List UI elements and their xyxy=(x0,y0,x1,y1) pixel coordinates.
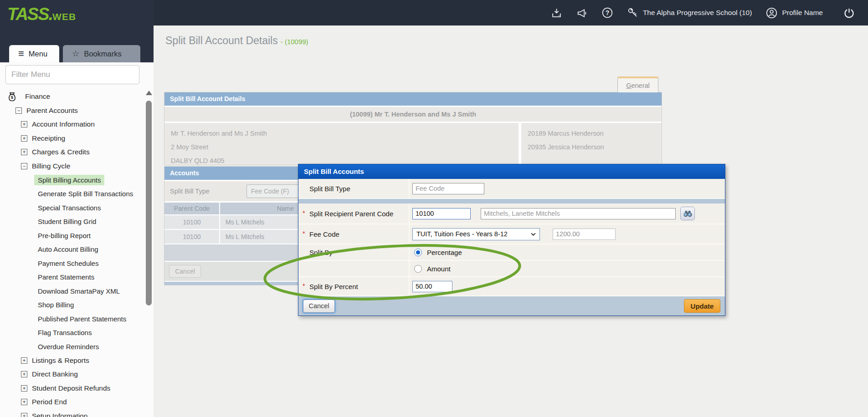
sidebar-item-finance[interactable]: $ Finance xyxy=(0,90,145,104)
sidebar-item-generate-split-bill-transactions[interactable]: Generate Split Bill Transactions xyxy=(0,187,145,201)
sidebar-item-receipting[interactable]: Receipting xyxy=(0,132,145,146)
cell-name: Ms L Mitchels xyxy=(220,233,264,240)
sidebar-item-label: Pre-billing Report xyxy=(38,232,91,239)
sidebar-item-charges-credits[interactable]: Charges & Credits xyxy=(0,145,145,159)
radio-amount-label: Amount xyxy=(427,265,451,273)
sidebar-item-label: Student Deposit Refunds xyxy=(32,384,110,392)
tass-web-logo[interactable]: TASS.WEB xyxy=(7,5,76,24)
collapse-icon[interactable] xyxy=(21,163,27,169)
modal-cancel-button[interactable]: Cancel xyxy=(303,300,335,313)
sidebar-item-label: Receipting xyxy=(32,134,65,142)
sidebar-item-published-parent-statements[interactable]: Published Parent Statements xyxy=(0,312,145,326)
filter-menu-input[interactable] xyxy=(5,65,139,84)
lookup-button[interactable] xyxy=(680,207,695,220)
modal-title: Split Bill Accounts xyxy=(298,164,725,179)
accounts-cancel-button[interactable]: Cancel xyxy=(169,265,201,278)
sidebar: $ Finance Parent Accounts Account Inform… xyxy=(0,62,154,417)
address-line: 2 Moy Street xyxy=(171,140,512,154)
cell-name: Ms L Mitchels xyxy=(220,219,264,226)
cell-parent-code: 10100 xyxy=(164,215,220,229)
sidebar-item-student-billing-grid[interactable]: Student Billing Grid xyxy=(0,215,145,229)
download-button[interactable] xyxy=(551,7,562,19)
expand-icon[interactable] xyxy=(21,149,27,155)
student-line: 20935 Jessica Henderson xyxy=(528,140,655,154)
sidebar-item-pre-billing-report[interactable]: Pre-billing Report xyxy=(0,229,145,243)
sidebar-item-special-transactions[interactable]: Special Transactions xyxy=(0,201,145,215)
sidebar-item-label: Auto Account Billing xyxy=(38,245,98,253)
radio-amount[interactable] xyxy=(414,265,422,273)
page-account-code: - (10099) xyxy=(281,38,308,46)
modal-split-bill-type-label: Split Bill Type xyxy=(298,179,410,198)
key-icon xyxy=(627,7,639,19)
sidebar-item-listings-reports[interactable]: Listings & Reports xyxy=(0,354,145,368)
page-title: Split Bill Account Details- (10099) xyxy=(165,35,308,47)
scrollbar-thumb[interactable] xyxy=(146,101,152,305)
sidebar-item-auto-account-billing[interactable]: Auto Account Billing xyxy=(0,243,145,257)
sidebar-item-shop-billing[interactable]: Shop Billing xyxy=(0,298,145,312)
split-by-percent-input[interactable] xyxy=(412,281,452,292)
address-line: Mr T. Henderson and Ms J Smith xyxy=(171,127,512,140)
sidebar-tabs: Menu Bookmarks xyxy=(9,45,140,62)
recipient-name-input[interactable] xyxy=(481,208,676,219)
sidebar-item-account-information[interactable]: Account Information xyxy=(0,117,145,132)
expand-icon[interactable] xyxy=(21,413,27,417)
sidebar-item-overdue-reminders[interactable]: Overdue Reminders xyxy=(0,340,145,354)
modal-update-button[interactable]: Update xyxy=(684,299,720,313)
profile-name: Profile Name xyxy=(782,9,823,17)
recipient-parent-code-input[interactable] xyxy=(412,208,471,219)
sidebar-item-label: Charges & Credits xyxy=(32,148,90,156)
profile-menu[interactable]: Profile Name xyxy=(765,7,823,19)
cell-parent-code: 10100 xyxy=(164,230,220,244)
student-line: 20189 Marcus Henderson xyxy=(528,127,655,140)
logo-text-main: TASS. xyxy=(7,5,52,24)
expand-icon[interactable] xyxy=(21,357,27,364)
expand-icon[interactable] xyxy=(21,385,27,392)
sidebar-item-student-deposit-refunds[interactable]: Student Deposit Refunds xyxy=(0,381,145,396)
sidebar-item-label: Flag Transactions xyxy=(38,329,92,336)
sidebar-item-label: Account Information xyxy=(32,120,95,128)
sidebar-item-billing-cycle[interactable]: Billing Cycle xyxy=(0,159,145,173)
sidebar-item-flag-transactions[interactable]: Flag Transactions xyxy=(0,326,145,340)
tab-bookmarks-label: Bookmarks xyxy=(84,50,122,58)
split-by-label-spacer xyxy=(298,261,410,276)
fee-code-select[interactable]: TUIT, Tuition Fees - Years 8-12 xyxy=(412,228,540,240)
help-button[interactable]: ? xyxy=(601,7,613,19)
school-switcher[interactable]: The Alpha Progressive School (10) xyxy=(627,7,752,19)
school-name: The Alpha Progressive School (10) xyxy=(643,9,752,17)
sidebar-item-setup-information[interactable]: Setup Information xyxy=(0,409,145,417)
sidebar-scrollbar[interactable] xyxy=(145,89,152,416)
split-recipient-parent-code-label: Split Recipient Parent Code xyxy=(298,203,410,224)
tab-menu[interactable]: Menu xyxy=(9,45,59,62)
sidebar-item-direct-banking[interactable]: Direct Banking xyxy=(0,367,145,381)
tab-bookmarks[interactable]: Bookmarks xyxy=(63,45,140,62)
expand-icon[interactable] xyxy=(21,399,27,405)
sidebar-item-payment-schedules[interactable]: Payment Schedules xyxy=(0,256,145,270)
sidebar-item-period-end[interactable]: Period End xyxy=(0,395,145,409)
sidebar-item-split-billing-accounts[interactable]: Split Billing Accounts xyxy=(0,173,145,187)
tab-general-label-rest: eneral xyxy=(631,82,649,89)
sidebar-item-label: Published Parent Statements xyxy=(38,315,126,323)
tab-general[interactable]: General xyxy=(617,76,658,92)
sidebar-item-parent-statements[interactable]: Parent Statements xyxy=(0,270,145,285)
sidebar-item-parent-accounts[interactable]: Parent Accounts xyxy=(0,104,145,118)
expand-icon[interactable] xyxy=(21,371,27,377)
expand-icon[interactable] xyxy=(21,121,27,127)
sidebar-item-download-smartapay-xml[interactable]: Download SmartaPay XML xyxy=(0,284,145,298)
logout-button[interactable] xyxy=(843,7,855,19)
main-content: Split Bill Account Details- (10099) Gene… xyxy=(154,25,868,417)
scroll-up-icon[interactable] xyxy=(146,91,152,95)
radio-percentage[interactable] xyxy=(414,249,422,256)
binoculars-icon xyxy=(683,209,693,218)
split-bill-type-input[interactable] xyxy=(412,183,484,194)
account-heading: (10099) Mr T. Henderson and Ms J Smith xyxy=(164,107,662,122)
sidebar-item-label: Generate Split Bill Transactions xyxy=(38,190,133,198)
collapse-icon[interactable] xyxy=(15,107,22,114)
split-by-percent-label: Split By Percent xyxy=(298,277,410,295)
expand-icon[interactable] xyxy=(21,135,27,142)
fee-amount-input[interactable] xyxy=(553,229,616,240)
col-parent-code: Parent Code xyxy=(164,203,220,214)
sidebar-item-label: Parent Accounts xyxy=(26,107,78,115)
sidebar-item-label: Direct Banking xyxy=(32,370,78,378)
announcements-button[interactable] xyxy=(576,7,588,19)
svg-text:?: ? xyxy=(606,9,610,16)
